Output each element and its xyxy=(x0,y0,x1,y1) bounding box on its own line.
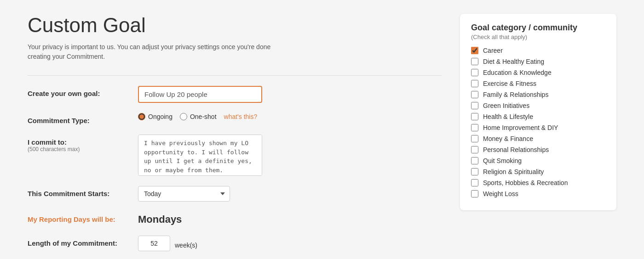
category-checkbox-13[interactable] xyxy=(471,190,478,197)
category-checkbox-10[interactable] xyxy=(471,157,478,164)
category-checkbox-3[interactable] xyxy=(471,80,478,87)
category-item[interactable]: Personal Relationships xyxy=(471,146,605,153)
page-container: Custom Goal Your privacy is important to… xyxy=(0,0,644,259)
category-list: CareerDiet & Healthy EatingEducation & K… xyxy=(471,47,605,197)
privacy-note: Your privacy is important to us. You can… xyxy=(28,42,285,62)
category-item-label: Education & Knowledge xyxy=(483,69,552,76)
length-label: Length of my Commitment: xyxy=(28,236,129,247)
category-item-label: Weight Loss xyxy=(483,190,518,197)
starts-row: This Commitment Starts: Today Tomorrow N… xyxy=(28,186,442,202)
commitment-type-label: Commitment Type: xyxy=(28,113,129,124)
goal-row: Create your own goal: xyxy=(28,86,442,103)
category-item[interactable]: Career xyxy=(471,47,605,54)
category-item[interactable]: Money & Finance xyxy=(471,135,605,142)
divider xyxy=(28,75,442,76)
category-checkbox-6[interactable] xyxy=(471,113,478,120)
category-item[interactable]: Weight Loss xyxy=(471,190,605,197)
category-checkbox-11[interactable] xyxy=(471,168,478,175)
category-item-label: Career xyxy=(483,47,503,54)
category-checkbox-12[interactable] xyxy=(471,179,478,186)
category-checkbox-7[interactable] xyxy=(471,124,478,131)
main-content: Custom Goal Your privacy is important to… xyxy=(28,9,442,259)
page-title: Custom Goal xyxy=(28,14,442,37)
reporting-row: My Reporting Days will be: Mondays xyxy=(28,212,442,225)
oneshot-radio[interactable] xyxy=(180,113,187,120)
ongoing-label: Ongoing xyxy=(148,113,172,120)
category-item[interactable]: Exercise & Fitness xyxy=(471,80,605,87)
goal-input[interactable] xyxy=(138,86,262,103)
category-item-label: Exercise & Fitness xyxy=(483,80,536,87)
category-checkbox-5[interactable] xyxy=(471,102,478,109)
length-input[interactable] xyxy=(138,236,170,251)
category-item-label: Family & Relationships xyxy=(483,91,548,98)
category-checkbox-2[interactable] xyxy=(471,69,478,76)
commitment-type-options: Ongoing One-shot what's this? xyxy=(138,113,257,120)
category-item[interactable]: Diet & Healthy Eating xyxy=(471,58,605,65)
whats-this-link[interactable]: what's this? xyxy=(224,113,258,120)
reporting-label: My Reporting Days will be: xyxy=(28,212,129,223)
category-title: Goal category / community xyxy=(471,23,605,33)
category-item[interactable]: Family & Relationships xyxy=(471,91,605,98)
category-item-label: Diet & Healthy Eating xyxy=(483,58,544,65)
oneshot-label: One-shot xyxy=(190,113,217,120)
goal-category-box: Goal category / community (Check all tha… xyxy=(460,14,616,210)
category-item-label: Religion & Spirituality xyxy=(483,168,544,175)
category-checkbox-0[interactable] xyxy=(471,47,478,54)
category-item[interactable]: Quit Smoking xyxy=(471,157,605,164)
category-item[interactable]: Education & Knowledge xyxy=(471,69,605,76)
category-item-label: Home Improvement & DIY xyxy=(483,124,558,131)
commitment-type-row: Commitment Type: Ongoing One-shot what's… xyxy=(28,113,442,124)
category-item[interactable]: Health & Lifestyle xyxy=(471,113,605,120)
commit-row: I commit to: (500 characters max) I have… xyxy=(28,135,442,176)
category-checkbox-1[interactable] xyxy=(471,58,478,65)
category-item-label: Quit Smoking xyxy=(483,157,522,164)
commit-textarea[interactable]: I have previously shown my LO opportunit… xyxy=(138,135,262,176)
category-item[interactable]: Religion & Spirituality xyxy=(471,168,605,175)
category-item[interactable]: Sports, Hobbies & Recreation xyxy=(471,179,605,186)
length-row: Length of my Commitment: week(s) xyxy=(28,236,442,251)
sidebar: Goal category / community (Check all tha… xyxy=(460,14,616,259)
category-item-label: Green Initiatives xyxy=(483,102,529,109)
category-item-label: Health & Lifestyle xyxy=(483,113,533,120)
starts-label: This Commitment Starts: xyxy=(28,186,129,197)
category-checkbox-9[interactable] xyxy=(471,146,478,153)
category-checkbox-8[interactable] xyxy=(471,135,478,142)
reporting-value: Mondays xyxy=(138,212,182,225)
length-input-group: week(s) xyxy=(138,236,197,251)
category-item[interactable]: Home Improvement & DIY xyxy=(471,124,605,131)
category-item[interactable]: Green Initiatives xyxy=(471,102,605,109)
ongoing-option[interactable]: Ongoing xyxy=(138,113,172,120)
category-item-label: Sports, Hobbies & Recreation xyxy=(483,179,568,186)
ongoing-radio[interactable] xyxy=(138,113,145,120)
goal-label: Create your own goal: xyxy=(28,86,129,97)
weeks-label: week(s) xyxy=(175,238,197,249)
category-checkbox-4[interactable] xyxy=(471,91,478,98)
starts-select[interactable]: Today Tomorrow Next Week xyxy=(138,186,230,202)
commit-label: I commit to: (500 characters max) xyxy=(28,135,129,152)
category-subtitle: (Check all that apply) xyxy=(471,34,605,40)
oneshot-option[interactable]: One-shot xyxy=(180,113,217,120)
category-item-label: Personal Relationships xyxy=(483,146,549,153)
category-item-label: Money & Finance xyxy=(483,135,533,142)
